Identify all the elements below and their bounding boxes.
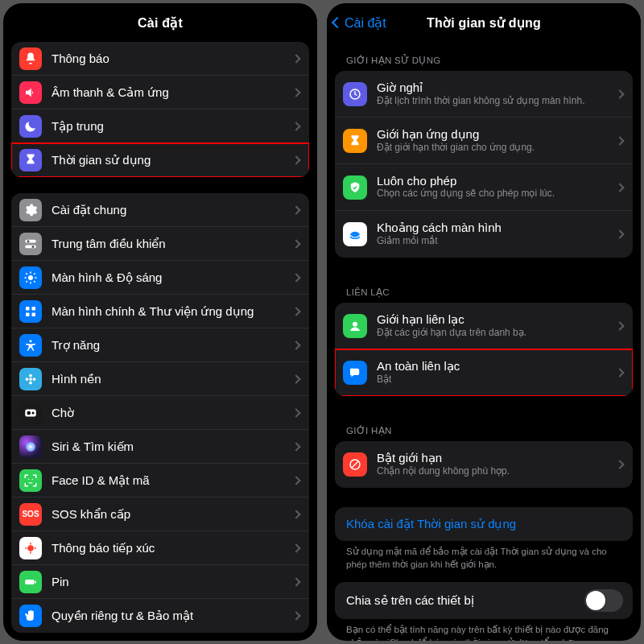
row-content-restrictions[interactable]: Bật giới hạnChặn nội dung không phù hợp. (335, 441, 633, 488)
screen-time-content: GIỚI HẠN SỬ DỤNG Giờ nghỉĐặt lịch trình … (327, 42, 641, 641)
svg-rect-1 (25, 245, 36, 248)
chevron-right-icon (291, 273, 300, 282)
row-label: Giới hạn liên lạc (377, 312, 535, 327)
row-label: Luôn cho phép (377, 174, 563, 188)
settings-row-control-center[interactable]: Trung tâm điều khiển (11, 227, 309, 261)
row-app-limits[interactable]: Giới hạn ứng dụngĐặt giới hạn thời gian … (335, 118, 633, 164)
svg-line-10 (34, 281, 35, 283)
row-communication-limits[interactable]: Giới hạn liên lạcĐặt các giới hạn dựa tr… (335, 303, 633, 349)
row-label: Cài đặt chung (52, 203, 126, 217)
siri-icon (19, 436, 42, 458)
share-label: Chia sẻ trên các thiết bị (346, 593, 474, 608)
exposure-icon (19, 537, 42, 559)
chevron-right-icon (291, 374, 300, 383)
svg-line-12 (34, 273, 35, 275)
chevron-right-icon (615, 183, 624, 192)
row-label: Face ID & Mật mã (52, 473, 150, 488)
svg-rect-16 (32, 312, 36, 316)
lock-note: Sử dụng mật mã để bảo mật cài đặt Thời g… (335, 541, 633, 582)
chevron-right-icon (291, 88, 300, 97)
moon-icon (19, 115, 42, 138)
settings-row-sounds[interactable]: Âm thanh & Cảm ứng (11, 76, 309, 109)
row-sub: Chặn nội dung không phù hợp. (377, 465, 518, 478)
svg-point-28 (27, 545, 34, 551)
row-downtime[interactable]: Giờ nghỉĐặt lịch trình thời gian không s… (335, 71, 633, 118)
svg-rect-14 (32, 307, 36, 311)
toggles-icon (19, 233, 42, 255)
row-sub: Đặt giới hạn thời gian cho ứng dụng. (377, 142, 543, 155)
settings-row-homescreen[interactable]: Màn hình chính & Thư viện ứng dụng (11, 295, 309, 328)
row-label: Thời gian sử dụng (52, 153, 151, 167)
svg-rect-33 (25, 580, 34, 584)
sun-icon (19, 266, 42, 289)
gear-icon (19, 199, 42, 221)
settings-screen: Cài đặt Thông báo Âm thanh & Cảm ứng Tập… (3, 3, 317, 641)
svg-point-26 (28, 478, 30, 480)
flower-icon (19, 368, 42, 390)
settings-group-general: Cài đặt chung Trung tâm điều khiển Màn h… (11, 193, 309, 633)
battery-icon (19, 571, 42, 593)
chevron-right-icon (615, 321, 624, 330)
row-label: Trung tâm điều khiển (52, 237, 166, 251)
svg-point-25 (32, 411, 35, 414)
row-screen-distance[interactable]: Khoảng cách màn hìnhGiảm mỏi mắt (335, 211, 633, 258)
settings-row-focus[interactable]: Tập trung (11, 109, 309, 143)
row-sub: Đặt lịch trình thời gian không sử dụng m… (377, 95, 592, 108)
group-contact: Giới hạn liên lạcĐặt các giới hạn dựa tr… (335, 303, 633, 396)
settings-row-faceid[interactable]: Face ID & Mật mã (11, 464, 309, 497)
settings-row-exposure[interactable]: Thông báo tiếp xúc (11, 531, 309, 565)
share-across-devices-row: Chia sẻ trên các thiết bị (335, 582, 633, 619)
settings-row-siri[interactable]: Siri & Tìm kiếm (11, 430, 309, 464)
downtime-icon (343, 82, 367, 106)
settings-row-general[interactable]: Cài đặt chung (11, 193, 309, 227)
svg-line-9 (26, 273, 27, 275)
settings-row-battery[interactable]: Pin (11, 565, 309, 599)
settings-row-notifications[interactable]: Thông báo (11, 42, 309, 76)
chevron-right-icon (291, 307, 300, 316)
speaker-icon (19, 81, 42, 104)
chevron-right-icon (291, 239, 300, 248)
settings-row-screen-time[interactable]: Thời gian sử dụng (11, 143, 309, 177)
settings-row-privacy[interactable]: Quyền riêng tư & Bảo mật (11, 599, 309, 633)
svg-point-20 (29, 381, 32, 384)
back-button[interactable]: Cài đặt (333, 3, 386, 42)
row-label: Chờ (52, 406, 74, 420)
chevron-right-icon (291, 543, 300, 552)
svg-point-4 (28, 275, 33, 280)
row-communication-safety[interactable]: An toàn liên lạcBật (335, 349, 633, 396)
svg-point-22 (33, 378, 36, 381)
svg-point-18 (29, 378, 32, 381)
chevron-right-icon (615, 229, 624, 238)
hand-icon (19, 605, 42, 627)
hourglass-icon (343, 129, 367, 153)
settings-content: Thông báo Âm thanh & Cảm ứng Tập trung T… (3, 42, 317, 641)
accessibility-icon (19, 334, 42, 357)
svg-point-17 (30, 340, 32, 342)
row-label: Trợ năng (52, 338, 100, 353)
page-title: Cài đặt (138, 15, 183, 31)
chat-bubble-icon (343, 361, 367, 385)
row-label: Pin (52, 575, 69, 588)
row-label: Giới hạn ứng dụng (377, 127, 543, 142)
svg-line-38 (352, 461, 358, 468)
row-always-allowed[interactable]: Luôn cho phépChọn các ứng dụng sẽ cho ph… (335, 164, 633, 211)
settings-row-wallpaper[interactable]: Hình nền (11, 362, 309, 396)
settings-row-sos[interactable]: SOS SOS khẩn cấp (11, 497, 309, 531)
row-sub: Đặt các giới hạn dựa trên danh bạ. (377, 327, 535, 340)
share-toggle[interactable] (584, 589, 623, 612)
sos-icon: SOS (19, 503, 42, 526)
distance-icon (343, 222, 367, 246)
faceid-icon (19, 469, 42, 492)
group-share: Chia sẻ trên các thiết bị (335, 582, 633, 619)
settings-row-accessibility[interactable]: Trợ năng (11, 328, 309, 362)
settings-row-standby[interactable]: Chờ (11, 396, 309, 430)
row-label: Siri & Tìm kiếm (52, 440, 134, 454)
chevron-right-icon (291, 510, 300, 518)
row-label: Tập trung (52, 119, 104, 134)
chevron-right-icon (291, 341, 300, 349)
settings-row-display[interactable]: Màn hình & Độ sáng (11, 261, 309, 295)
svg-rect-34 (35, 580, 36, 583)
chevron-right-icon (291, 155, 300, 164)
lock-settings-link[interactable]: Khóa cài đặt Thời gian sử dụng (335, 507, 633, 541)
hourglass-icon (19, 149, 42, 171)
